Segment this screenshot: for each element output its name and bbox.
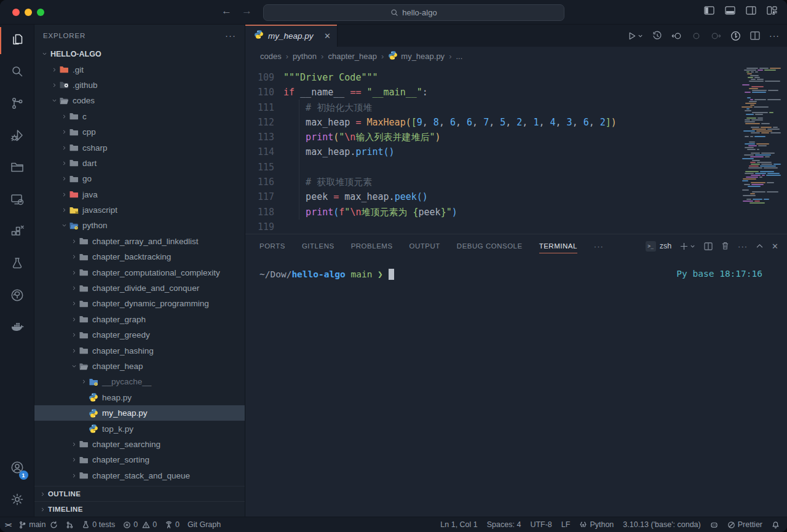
code-line-115[interactable]: 115 <box>245 160 787 175</box>
activity-bar-item-search[interactable] <box>0 57 34 89</box>
forward-icon[interactable]: → <box>242 5 252 17</box>
status-item-prettier[interactable]: Prettier <box>727 520 762 529</box>
toggle-sidebar-icon[interactable] <box>704 6 714 15</box>
code-editor[interactable]: 109"""Driver Code"""110if __name__ == "_… <box>245 65 787 234</box>
activity-bar-item-run-and-debug[interactable] <box>0 121 34 153</box>
status-item-git-branch[interactable]: main <box>18 520 58 529</box>
tree-row--pycache-[interactable]: __pycache__ <box>34 374 245 389</box>
file-history-icon[interactable] <box>652 31 662 41</box>
split-editor-icon[interactable] <box>750 31 760 40</box>
close-tab-icon[interactable]: ✕ <box>324 31 331 41</box>
code-line-116[interactable]: 116 # 获取堆顶元素 <box>245 175 787 189</box>
tree-row-chapter-greedy[interactable]: chapter_greedy <box>34 327 245 343</box>
minimap[interactable] <box>740 68 781 204</box>
tree-row-codes[interactable]: codes <box>34 93 245 108</box>
panel-more-tabs-icon[interactable]: ··· <box>594 234 604 258</box>
tree-row-hello-algo[interactable]: HELLO-ALGO <box>34 46 245 62</box>
toggle-secondary-sidebar-icon[interactable] <box>746 6 756 15</box>
tree-row-chapter-array-and-linkedlist[interactable]: chapter_array_and_linkedlist <box>34 234 245 249</box>
customize-layout-icon[interactable] <box>767 6 777 15</box>
activity-bar-item-docker[interactable] <box>0 312 34 344</box>
zoom-window-button[interactable] <box>37 9 44 16</box>
close-window-button[interactable] <box>12 9 20 16</box>
code-line-112[interactable]: 112 max_heap = MaxHeap([9, 8, 6, 6, 7, 5… <box>245 115 787 130</box>
status-item-git-graph[interactable]: Git Graph <box>188 520 221 529</box>
tree-row-chapter-hashing[interactable]: chapter_hashing <box>34 343 245 358</box>
sidebar-section-timeline[interactable]: TIMELINE <box>34 501 245 517</box>
tree-row-go[interactable]: go <box>34 171 245 186</box>
status-item-encoding[interactable]: UTF-8 <box>530 520 552 529</box>
activity-bar-item-source-control[interactable] <box>0 89 34 121</box>
tree-row-chapter-backtracking[interactable]: chapter_backtracking <box>34 249 245 264</box>
panel-tab-terminal[interactable]: TERMINAL <box>539 234 577 258</box>
activity-bar-item-accounts[interactable]: 1 <box>0 453 34 485</box>
tree-row-csharp[interactable]: csharp <box>34 140 245 155</box>
tree-row-python[interactable]: python <box>34 218 245 233</box>
activity-bar-item-github[interactable] <box>0 280 34 312</box>
tree-row-chapter-stack-and-queue[interactable]: chapter_stack_and_queue <box>34 468 245 483</box>
status-item-language-mode[interactable]: Python <box>579 520 614 529</box>
code-line-111[interactable]: 111 # 初始化大顶堆 <box>245 100 787 115</box>
status-item-ports[interactable]: 0 <box>165 520 180 529</box>
terminal-content[interactable]: ~/Dow/hello-algo main ❯ Py base 18:17:16 <box>245 258 787 517</box>
split-terminal-icon[interactable] <box>704 242 713 250</box>
activity-bar-item-testing[interactable] <box>0 248 34 280</box>
tree-row-dart[interactable]: dart <box>34 156 245 171</box>
tree-row-my-heap-py[interactable]: my_heap.py <box>34 405 245 421</box>
tree-row-chapter-divide-and-conquer[interactable]: chapter_divide_and_conquer <box>34 280 245 296</box>
code-line-113[interactable]: 113 print("\n输入列表并建堆后") <box>245 130 787 145</box>
tree-row--github[interactable]: .github <box>34 77 245 93</box>
code-line-119[interactable]: 119 <box>245 220 787 234</box>
tree-row-chapter-graph[interactable]: chapter_graph <box>34 312 245 327</box>
activity-bar-item-remote-explorer[interactable] <box>0 185 34 216</box>
tree-row-chapter-dynamic-programming[interactable]: chapter_dynamic_programming <box>34 296 245 311</box>
status-item-problems[interactable]: 00 <box>123 520 157 529</box>
panel-tab-ports[interactable]: PORTS <box>259 234 285 258</box>
terminal-shell-item[interactable]: >_ zsh <box>646 241 671 252</box>
tree-row-chapter-searching[interactable]: chapter_searching <box>34 437 245 452</box>
tree-row-chapter-computational-complexity[interactable]: chapter_computational_complexity <box>34 264 245 280</box>
tree-row-chapter-heap[interactable]: chapter_heap <box>34 359 245 374</box>
previous-change-icon[interactable] <box>671 31 682 41</box>
breadcrumb-item--[interactable]: ... <box>456 52 462 61</box>
breadcrumb-item-chapter-heap[interactable]: chapter_heap <box>328 52 377 61</box>
terminal-dropdown-icon[interactable] <box>690 244 695 249</box>
breadcrumb-item-codes[interactable]: codes <box>260 52 282 61</box>
panel-tab-problems[interactable]: PROBLEMS <box>351 234 393 258</box>
code-line-109[interactable]: 109"""Driver Code""" <box>245 70 787 85</box>
status-item-tests[interactable]: 0 tests <box>82 520 115 529</box>
status-item-python-interpreter[interactable]: 3.10.13 ('base': conda) <box>623 520 700 529</box>
status-item-indentation[interactable]: Spaces: 4 <box>487 520 521 529</box>
activity-bar-item-project-manager[interactable] <box>0 153 34 185</box>
status-item-cursor-position[interactable]: Ln 1, Col 1 <box>440 520 477 529</box>
tree-row-top-k-py[interactable]: top_k.py <box>34 421 245 436</box>
status-item-remote-indicator[interactable]: >< <box>5 521 10 529</box>
kill-terminal-icon[interactable] <box>721 242 729 250</box>
new-terminal-icon[interactable] <box>680 242 688 250</box>
panel-tab-debug-console[interactable]: DEBUG CONSOLE <box>457 234 523 258</box>
code-line-118[interactable]: 118 print(f"\n堆顶元素为 {peek}") <box>245 205 787 220</box>
back-icon[interactable]: ← <box>221 5 232 17</box>
panel-tab-gitlens[interactable]: GITLENS <box>302 234 334 258</box>
next-change-icon[interactable] <box>710 31 721 41</box>
run-python-file-button[interactable] <box>627 31 643 41</box>
previous-icon[interactable] <box>692 31 701 41</box>
breadcrumb-item-my-heap-py[interactable]: my_heap.py <box>388 50 445 62</box>
panel-more-actions-icon[interactable]: ··· <box>738 242 748 251</box>
sidebar-section-outline[interactable]: OUTLINE <box>34 486 245 501</box>
tree-row-java[interactable]: java <box>34 187 245 202</box>
status-item-git-graph-icon-item[interactable] <box>66 521 74 529</box>
tree-row-cpp[interactable]: cpp <box>34 124 245 140</box>
explorer-more-actions-icon[interactable]: ··· <box>225 30 236 41</box>
close-panel-icon[interactable]: ✕ <box>772 242 778 251</box>
breadcrumb-item-python[interactable]: python <box>293 52 317 61</box>
tree-row-heap-py[interactable]: heap.py <box>34 390 245 405</box>
code-line-117[interactable]: 117 peek = max_heap.peek() <box>245 189 787 204</box>
tab-my-heap-py[interactable]: my_heap.py ✕ <box>245 25 338 47</box>
more-actions-icon[interactable]: ··· <box>769 31 780 41</box>
status-item-copilot[interactable] <box>710 521 718 529</box>
maximize-panel-icon[interactable] <box>756 244 763 248</box>
activity-bar-item-settings[interactable] <box>0 485 34 517</box>
tree-row-c[interactable]: c <box>34 109 245 124</box>
status-item-eol[interactable]: LF <box>561 520 571 529</box>
